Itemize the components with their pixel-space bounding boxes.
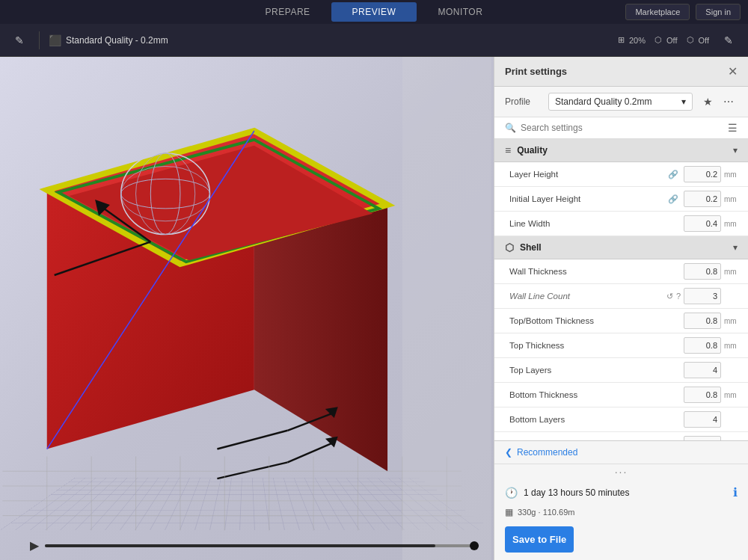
recommended-label: Recommended — [517, 447, 577, 458]
support-icon: ⬡ — [654, 35, 662, 45]
bottom-thickness-value-group: mm — [684, 387, 738, 403]
tab-preview[interactable]: PREVIEW — [331, 2, 417, 22]
panel-bottom: ❮ Recommended ··· 🕐 1 day 13 hours 50 mi… — [494, 440, 748, 560]
bottom-layers-row: Bottom Layers — [494, 407, 748, 432]
profile-star-button[interactable]: ★ — [699, 93, 717, 111]
toolbar-pencil-icon[interactable]: ✎ — [9, 30, 30, 51]
toolbar-quality: ⬛ Standard Quality - 0.2mm — [49, 34, 168, 46]
info-button[interactable]: ℹ — [733, 485, 738, 499]
line-width-input[interactable] — [684, 215, 721, 232]
floor-grid — [2, 456, 462, 530]
wall-thickness-row: Wall Thickness mm — [494, 259, 748, 284]
initial-layer-height-input[interactable] — [684, 191, 721, 207]
toolbar: ✎ ⬛ Standard Quality - 0.2mm ⊞ 20% ⬡ Off… — [0, 24, 748, 57]
play-button[interactable]: ▶ — [30, 538, 39, 553]
marketplace-button[interactable]: Marketplace — [625, 4, 690, 20]
initial-layer-height-lock-icon: 🔗 — [668, 194, 678, 204]
shell-section-icon: ⬡ — [505, 241, 514, 253]
top-thickness-value-group: mm — [684, 337, 738, 354]
bottom-thickness-input[interactable] — [684, 387, 721, 403]
support-value: Off — [666, 36, 677, 45]
infill-icon: ⊞ — [618, 35, 625, 45]
topbottom-thickness-row: Top/Bottom Thickness mm — [494, 309, 748, 333]
quality-label: Standard Quality - 0.2mm — [66, 35, 168, 46]
wall-line-count-row: Wall Line Count ↺ ? — [494, 284, 748, 309]
topbottom-thickness-input[interactable] — [684, 313, 721, 329]
nav-tabs: PREPARE PREVIEW MONITOR — [245, 2, 504, 22]
profile-select[interactable]: Standard Quality 0.2mm ▾ — [548, 93, 693, 111]
adhesion-value: Off — [699, 36, 709, 45]
dots-separator: ··· — [494, 464, 748, 479]
search-icon: 🔍 — [505, 123, 516, 133]
tab-monitor[interactable]: MONITOR — [417, 2, 503, 22]
initial-layer-height-value-group: 🔗 mm — [668, 191, 738, 207]
top-thickness-row: Top Thickness mm — [494, 333, 748, 358]
viewport-slider: ▶ — [30, 538, 479, 553]
layer-height-unit: mm — [724, 170, 738, 179]
search-menu-icon[interactable]: ☰ — [728, 122, 738, 134]
quality-icon: ⬛ — [49, 34, 61, 46]
bottom-layers-input[interactable] — [684, 411, 721, 428]
wall-line-count-help-icon[interactable]: ? — [676, 292, 681, 301]
save-to-file-button[interactable]: Save to File — [505, 526, 574, 553]
line-width-value-group: mm — [684, 215, 738, 232]
wall-thickness-value-group: mm — [684, 263, 738, 280]
section-quality-header[interactable]: ≡ Quality ▾ — [494, 139, 748, 162]
adhesion-icon: ⬡ — [687, 35, 694, 45]
arrow2-tail — [217, 431, 287, 449]
top-layers-input[interactable] — [684, 362, 721, 378]
right-panel: Print settings ✕ Profile Standard Qualit… — [494, 57, 748, 560]
profile-row: Profile Standard Quality 0.2mm ▾ ★ ⋯ — [494, 87, 748, 117]
section-quality-left: ≡ Quality — [505, 144, 548, 156]
recommended-chevron-icon: ❮ — [505, 447, 512, 458]
toolbar-edit-icon[interactable]: ✎ — [718, 30, 739, 51]
settings-scroll[interactable]: ≡ Quality ▾ Layer Height 🔗 mm Initial La… — [494, 139, 748, 440]
wall-thickness-input[interactable] — [684, 263, 721, 280]
top-thickness-label: Top Thickness — [509, 341, 684, 350]
panel-title: Print settings — [505, 66, 567, 77]
top-thickness-unit: mm — [724, 342, 738, 350]
toolbar-badge-support: ⬡ Off — [654, 35, 677, 45]
profile-chevron-icon: ▾ — [681, 96, 686, 107]
arrow3-line — [287, 442, 335, 463]
bottom-layers-label: Bottom Layers — [509, 415, 684, 424]
wall-line-count-label: Wall Line Count — [509, 292, 666, 301]
slider-fill — [45, 544, 435, 547]
top-layers-label: Top Layers — [509, 366, 684, 375]
initial-layer-height-label: Initial Layer Height — [509, 194, 668, 203]
initial-bottom-layers-row: Initial Bottom Layers — [494, 432, 748, 440]
clock-icon: 🕐 — [505, 487, 518, 499]
search-input[interactable] — [521, 123, 723, 133]
slider-track[interactable] — [45, 544, 479, 547]
signin-button[interactable]: Sign in — [696, 4, 741, 20]
wall-thickness-label: Wall Thickness — [509, 267, 684, 276]
panel-close-button[interactable]: ✕ — [728, 64, 738, 79]
weight-text: 330g · 110.69m — [518, 508, 574, 517]
layer-height-input[interactable] — [684, 166, 721, 182]
bottom-layers-value-group — [684, 411, 738, 428]
bottom-thickness-label: Bottom Thickness — [509, 390, 684, 399]
top-nav: PREPARE PREVIEW MONITOR Marketplace Sign… — [0, 0, 748, 24]
main-layout: ▶ Print settings ✕ Profile Standard Qual… — [0, 57, 748, 560]
slider-thumb[interactable] — [470, 541, 479, 550]
profile-value: Standard Quality 0.2mm — [555, 96, 652, 107]
layer-height-value-group: 🔗 mm — [668, 166, 738, 182]
top-thickness-input[interactable] — [684, 337, 721, 354]
layer-height-row: Layer Height 🔗 mm — [494, 162, 748, 187]
section-shell-header[interactable]: ⬡ Shell ▾ — [494, 236, 748, 259]
search-row: 🔍 ☰ — [494, 117, 748, 139]
profile-expand-button[interactable]: ⋯ — [720, 93, 738, 111]
tab-prepare[interactable]: PREPARE — [245, 2, 331, 22]
wall-line-count-input[interactable] — [684, 288, 721, 304]
toolbar-badge-adhesion: ⬡ Off — [687, 35, 709, 45]
wall-line-count-reset-icon[interactable]: ↺ — [666, 292, 673, 301]
3d-viewport-svg — [0, 57, 494, 560]
weight-icon: ▦ — [505, 507, 513, 517]
recommended-button[interactable]: ❮ Recommended — [494, 441, 748, 464]
bg-overlay — [402, 57, 491, 560]
time-text: 1 day 13 hours 50 minutes — [524, 487, 629, 498]
time-row: 🕐 1 day 13 hours 50 minutes ℹ — [494, 479, 748, 505]
layer-height-label: Layer Height — [509, 170, 668, 179]
nav-right: Marketplace Sign in — [625, 4, 741, 20]
viewport: ▶ — [0, 57, 494, 560]
